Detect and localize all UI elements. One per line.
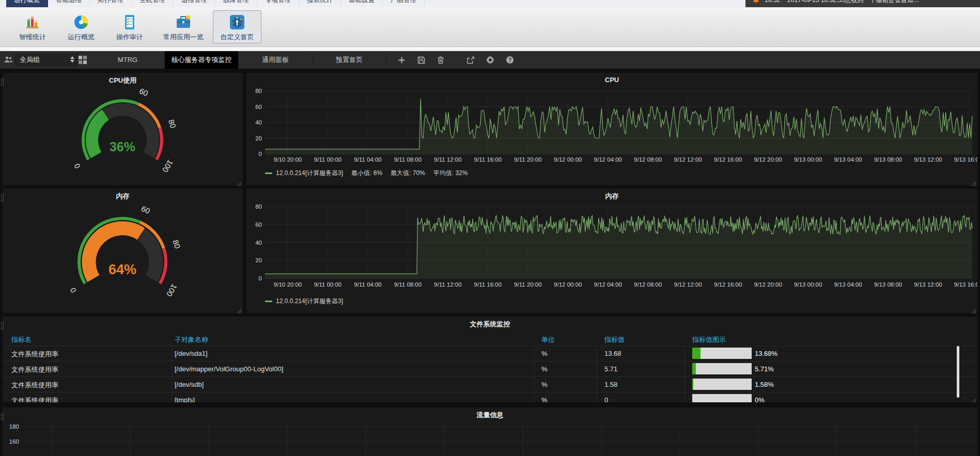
panel-title[interactable]: 文件系统监控 [3, 320, 977, 329]
mem-line-chart: 0204060809/10 20:009/11 00:009/11 04:009… [246, 188, 977, 313]
gear-icon [486, 56, 494, 64]
sort-down-triangle [70, 60, 74, 62]
panel-title[interactable]: 内存 [3, 192, 243, 201]
column-divider [534, 345, 535, 402]
menu-item-4[interactable]: 主机管理 [132, 0, 174, 7]
svg-text:40: 40 [255, 119, 262, 125]
svg-text:9/11 12:00: 9/11 12:00 [434, 281, 462, 288]
table-cell: % [541, 365, 548, 373]
save-icon [417, 56, 425, 64]
toolbar-item-4[interactable]: 常用应用一览 [154, 10, 213, 43]
panel-mem-chart: 内存 0204060809/10 20:009/11 00:009/11 04:… [246, 188, 977, 313]
tab-2[interactable]: 核心服务器专项监控 [165, 51, 239, 69]
toolbar-item-label: 自定义首页 [221, 33, 254, 42]
tab-3[interactable]: 通用面板 [239, 51, 313, 69]
help-button[interactable]: ? [506, 56, 514, 64]
legend-series-name[interactable]: 12.0.0.214[计算服务器3] [276, 169, 343, 178]
table-cell: 文件系统使用率 [11, 396, 58, 402]
save-button[interactable] [417, 56, 425, 64]
legend-series-name[interactable]: 12.0.0.214[计算服务器3] [276, 297, 343, 306]
table-cell: [/dev/sda1] [175, 350, 208, 357]
menu-item-6[interactable]: 故障管理 [215, 0, 257, 7]
menu-item-10[interactable]: 产品管理 [383, 0, 425, 7]
add-button[interactable] [397, 56, 406, 64]
panel-title[interactable]: CPU [246, 76, 977, 84]
svg-text:60: 60 [255, 104, 262, 110]
row-divider [3, 376, 977, 377]
dashboard-actions: ? [397, 51, 514, 69]
panel-title[interactable]: CPU使用 [3, 76, 243, 85]
toolbar-item-1[interactable]: 智维统计 [8, 10, 57, 43]
value-bar-label: 1.58% [755, 381, 774, 388]
settings-button[interactable] [486, 56, 494, 64]
svg-text:9/13 04:00: 9/13 04:00 [834, 156, 862, 163]
table-cell: % [541, 396, 548, 402]
value-bar-label: 0% [755, 396, 765, 402]
menu-item-8[interactable]: 报表统计 [299, 0, 341, 7]
table-cell: % [541, 350, 548, 357]
resize-grip[interactable] [971, 179, 976, 184]
table-cell: 文件系统使用率 [11, 365, 58, 374]
value-bar [692, 348, 752, 359]
svg-text:9/11 16:00: 9/11 16:00 [474, 281, 502, 288]
svg-text:60: 60 [255, 222, 262, 228]
svg-text:9/13 12:00: 9/13 12:00 [914, 156, 942, 163]
menu-item-7[interactable]: 专项管理 [257, 0, 299, 7]
column-divider [597, 345, 597, 402]
top-menu-bar: 运行概览智能运维拓扑管理主机管理运维管理故障管理专项管理报表统计基础设置产品管理… [0, 0, 980, 7]
toolbar-item-3[interactable]: 操作审计 [105, 10, 154, 43]
value-bar-label: 5.71% [755, 365, 774, 373]
resize-grip-dots [971, 181, 976, 186]
menu-item-5[interactable]: 运维管理 [174, 0, 215, 7]
toolbar-item-2[interactable]: 运行概览 [57, 10, 105, 43]
bell-icon-svg [753, 0, 759, 4]
open-external-button[interactable] [466, 56, 475, 64]
table-header-1[interactable]: 指标名 [11, 335, 32, 344]
briefcase-star-icon [175, 14, 192, 30]
resize-grip[interactable] [971, 307, 976, 312]
table-scrollbar[interactable] [957, 346, 959, 398]
table-cell: 0 [604, 396, 608, 402]
panel-title[interactable]: 内存 [246, 192, 977, 201]
tab-4[interactable]: 预置首页 [313, 51, 386, 69]
table-header-5[interactable]: 指标值图示 [692, 335, 726, 344]
svg-text:9/12 00:00: 9/12 00:00 [554, 156, 582, 163]
toolbar-item-label: 智维统计 [19, 33, 46, 42]
svg-text:9/11 20:00: 9/11 20:00 [514, 156, 542, 163]
svg-text:9/11 00:00: 9/11 00:00 [314, 156, 342, 163]
table-header-4[interactable]: 指标值 [604, 335, 625, 344]
group-select[interactable]: 全局组 [14, 53, 79, 67]
table-header-3[interactable]: 单位 [541, 335, 555, 344]
menu-item-1[interactable]: 运行概览 [6, 0, 48, 7]
svg-text:80: 80 [255, 88, 262, 94]
resize-grip[interactable] [237, 307, 242, 312]
table-header-2[interactable]: 子对象名称 [175, 335, 208, 344]
panel-title[interactable]: 流量信息 [3, 411, 977, 420]
menu-item-3[interactable]: 拓扑管理 [90, 0, 132, 7]
svg-text:9/11 04:00: 9/11 04:00 [354, 281, 382, 288]
mem-gauge-chart: 0608010064% [3, 202, 243, 312]
cpu-chart-legend: 12.0.0.214[计算服务器3] 最小值: 6% 最大值: 70% 平均值:… [265, 169, 468, 178]
svg-text:9/12 12:00: 9/12 12:00 [674, 156, 702, 163]
toolbar-item-label: 常用应用一览 [163, 33, 204, 42]
notification-bar[interactable]: 16:52 2017-09-13 16:32:55您收到一个撤销告警通知… [745, 0, 980, 7]
toolbar-item-5[interactable]: 自定义首页 [213, 10, 261, 43]
resize-grip[interactable] [971, 396, 976, 401]
menu-item-9[interactable]: 基础设置 [341, 0, 383, 7]
svg-text:64%: 64% [108, 262, 136, 277]
group-users-icon [4, 56, 13, 65]
resize-grip-dots [971, 398, 976, 402]
grid-view-icon[interactable] [79, 56, 87, 66]
pie-overview-icon [73, 14, 89, 30]
group-users-icon-svg [4, 56, 13, 64]
menu-item-2[interactable]: 智能运维 [48, 0, 90, 7]
svg-text:9/11 08:00: 9/11 08:00 [394, 281, 422, 288]
resize-grip[interactable] [237, 179, 242, 184]
delete-button[interactable] [437, 56, 445, 64]
table-cell: 文件系统使用率 [11, 381, 58, 390]
table-cell: [/dev/sdb] [175, 381, 204, 388]
svg-text:80: 80 [171, 239, 182, 249]
tab-1[interactable]: MTRG [91, 51, 165, 69]
dashboard-tab-bar: 全局组 MTRG核心服务器专项监控通用面板预置首页 ? [0, 51, 980, 69]
legend-marker [265, 301, 272, 302]
